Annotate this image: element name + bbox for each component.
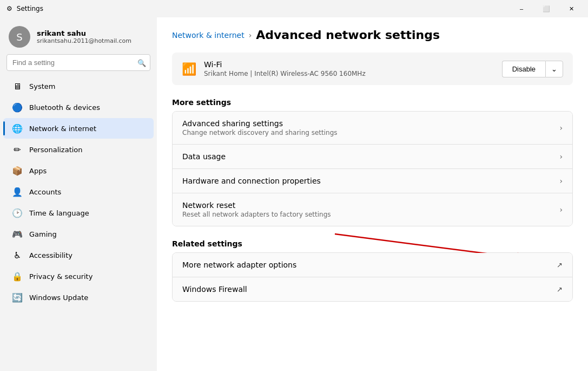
chevron-right-icon: › <box>559 177 563 185</box>
sidebar-item-personalization[interactable]: ✏ Personalization <box>3 139 154 160</box>
row-title: Data usage <box>182 152 559 161</box>
row-subtitle: Change network discovery and sharing set… <box>182 129 559 136</box>
sidebar: S srikant sahu srikantsahu.2011@hotmail.… <box>0 17 157 371</box>
row-text: Network reset Reset all network adapters… <box>182 201 559 218</box>
row-text: Advanced sharing settings Change network… <box>182 119 559 136</box>
breadcrumb-separator: › <box>249 31 252 40</box>
accounts-icon: 👤 <box>12 186 23 197</box>
bluetooth-icon: 🔵 <box>12 102 23 113</box>
wifi-expand-button[interactable]: ⌄ <box>545 61 563 77</box>
app-container: S srikant sahu srikantsahu.2011@hotmail.… <box>0 17 588 371</box>
related-settings-list: More network adapter options ↗ Windows F… <box>172 252 573 302</box>
wifi-info: Wi-Fi Srikant Home | Intel(R) Wireless-A… <box>204 60 494 77</box>
windows-update-icon: 🔄 <box>12 292 23 303</box>
external-link-icon: ↗ <box>557 261 563 269</box>
row-text: More network adapter options <box>182 261 557 269</box>
settings-row[interactable]: Advanced sharing settings Change network… <box>173 112 572 145</box>
wifi-network-detail: Srikant Home | Intel(R) Wireless-AC 9560… <box>204 70 494 77</box>
row-title: More network adapter options <box>182 261 557 269</box>
user-name: srikant sahu <box>37 29 131 37</box>
sidebar-item-label: Personalization <box>29 146 83 154</box>
avatar-initial: S <box>16 31 22 43</box>
user-info: srikant sahu srikantsahu.2011@hotmail.co… <box>37 29 131 44</box>
content-area: Network & internet › Advanced network se… <box>157 17 588 371</box>
nav-list: 🖥 System 🔵 Bluetooth & devices 🌐 Network… <box>0 75 157 308</box>
row-text: Data usage <box>182 152 559 161</box>
page-title: Advanced network settings <box>256 28 440 42</box>
privacy-icon: 🔒 <box>12 271 23 282</box>
row-subtitle: Reset all network adapters to factory se… <box>182 211 559 218</box>
avatar: S <box>9 26 30 48</box>
sidebar-item-label: Accessibility <box>29 251 72 259</box>
more-settings-header: More settings <box>172 98 573 107</box>
wifi-icon: 📶 <box>182 62 196 76</box>
sidebar-item-label: Windows Update <box>29 294 88 302</box>
related-settings-header: Related settings <box>172 239 573 248</box>
sidebar-item-label: Accounts <box>29 188 61 196</box>
row-text: Hardware and connection properties <box>182 177 559 185</box>
sidebar-item-accounts[interactable]: 👤 Accounts <box>3 181 154 202</box>
disable-button[interactable]: Disable <box>502 61 545 77</box>
breadcrumb: Network & internet › Advanced network se… <box>172 28 573 42</box>
sidebar-item-label: System <box>29 82 55 90</box>
sidebar-item-label: Time & language <box>29 209 89 217</box>
gaming-icon: 🎮 <box>12 229 23 239</box>
related-settings-section: Related settings More network adapter op… <box>172 239 573 302</box>
titlebar: ⚙ Settings – ⬜ ✕ <box>0 0 588 17</box>
row-title: Advanced sharing settings <box>182 119 559 128</box>
sidebar-item-apps[interactable]: 📦 Apps <box>3 160 154 181</box>
apps-icon: 📦 <box>12 165 23 176</box>
sidebar-item-network[interactable]: 🌐 Network & internet <box>3 118 154 139</box>
settings-row[interactable]: Hardware and connection properties › <box>173 169 572 193</box>
wifi-actions: Disable ⌄ <box>502 61 563 77</box>
breadcrumb-parent[interactable]: Network & internet <box>172 31 245 40</box>
user-email: srikantsahu.2011@hotmail.com <box>37 37 131 44</box>
wifi-card: 📶 Wi-Fi Srikant Home | Intel(R) Wireless… <box>172 53 573 85</box>
time-icon: 🕑 <box>12 207 23 218</box>
titlebar-title: Settings <box>17 5 43 12</box>
personalization-icon: ✏ <box>12 144 23 155</box>
accessibility-icon: ♿ <box>12 250 23 261</box>
user-section: S srikant sahu srikantsahu.2011@hotmail.… <box>0 17 157 54</box>
chevron-right-icon: › <box>559 152 563 161</box>
close-button[interactable]: ✕ <box>559 0 584 17</box>
sidebar-item-label: Network & internet <box>29 125 96 133</box>
sidebar-item-system[interactable]: 🖥 System <box>3 76 154 96</box>
row-title: Hardware and connection properties <box>182 177 559 185</box>
row-text: Windows Firewall <box>182 285 557 294</box>
row-title: Windows Firewall <box>182 285 557 294</box>
chevron-right-icon: › <box>559 123 563 132</box>
settings-row[interactable]: Windows Firewall ↗ <box>173 277 572 301</box>
settings-row[interactable]: Data usage › <box>173 145 572 169</box>
sidebar-item-bluetooth[interactable]: 🔵 Bluetooth & devices <box>3 97 154 118</box>
wifi-name: Wi-Fi <box>204 60 494 69</box>
search-box: 🔍 <box>6 54 150 71</box>
sidebar-item-windows-update[interactable]: 🔄 Windows Update <box>3 287 154 308</box>
sidebar-item-label: Gaming <box>29 230 57 238</box>
sidebar-item-label: Bluetooth & devices <box>29 103 100 112</box>
minimize-button[interactable]: – <box>509 0 534 17</box>
window-controls: – ⬜ ✕ <box>509 0 584 17</box>
search-input[interactable] <box>6 54 150 71</box>
settings-icon: ⚙ <box>6 5 12 12</box>
settings-row[interactable]: More network adapter options ↗ <box>173 253 572 277</box>
search-icon: 🔍 <box>137 58 146 67</box>
sidebar-item-gaming[interactable]: 🎮 Gaming <box>3 224 154 244</box>
system-icon: 🖥 <box>12 81 23 92</box>
external-link-icon: ↗ <box>557 285 563 294</box>
maximize-button[interactable]: ⬜ <box>534 0 559 17</box>
sidebar-item-time[interactable]: 🕑 Time & language <box>3 203 154 223</box>
sidebar-item-accessibility[interactable]: ♿ Accessibility <box>3 245 154 265</box>
sidebar-item-label: Apps <box>29 167 47 175</box>
more-settings-list: Advanced sharing settings Change network… <box>172 111 573 226</box>
sidebar-item-label: Privacy & security <box>29 272 93 281</box>
settings-row[interactable]: Network reset Reset all network adapters… <box>173 193 572 226</box>
chevron-right-icon: › <box>559 205 563 214</box>
network-icon: 🌐 <box>12 123 23 134</box>
row-title: Network reset <box>182 201 559 210</box>
sidebar-item-privacy[interactable]: 🔒 Privacy & security <box>3 266 154 287</box>
chevron-down-icon: ⌄ <box>551 65 557 73</box>
